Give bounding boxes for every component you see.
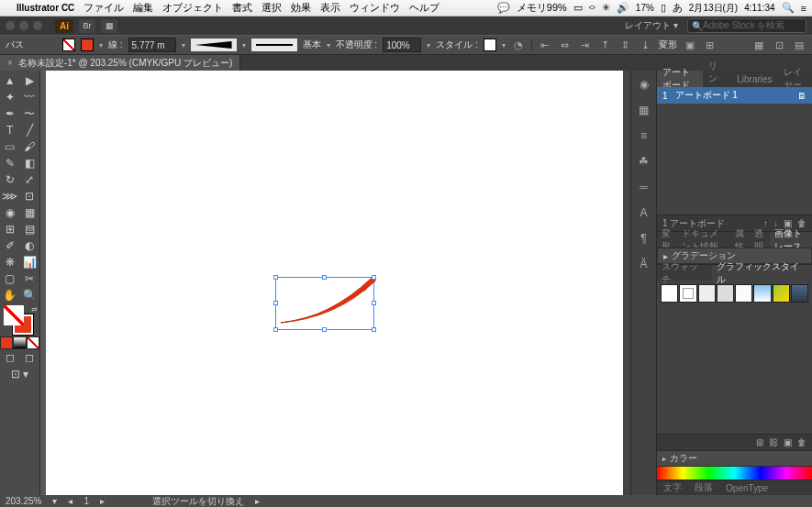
direct-select-tool[interactable]: ▶ [20,72,40,89]
tab-transparency[interactable]: 透明 [750,232,770,248]
style-shadow[interactable] [717,284,734,303]
scale-tool[interactable]: ⤢ [20,171,40,188]
handle-top-left[interactable] [273,275,278,280]
tab-character[interactable]: 文字 [657,480,688,495]
swatches-panel-icon[interactable]: ▦ [636,102,652,118]
selection-tool[interactable]: ▲ [0,72,20,89]
document-tab[interactable]: × 名称未設定-1* @ 203.25% (CMYK/GPU プレビュー) [0,55,240,71]
battery-icon[interactable]: ▭ [573,2,583,14]
eraser-tool[interactable]: ◧ [20,155,40,171]
curvature-tool[interactable]: 〜 [20,105,40,122]
rectangle-tool[interactable]: ▭ [0,138,20,155]
fill-color-swatch[interactable] [4,305,24,325]
tab-artboards[interactable]: アートボード [657,71,703,87]
style-metal[interactable] [791,284,808,303]
tab-opentype[interactable]: OpenType [719,480,774,495]
tab-graphicstyles[interactable]: グラフィックスタイル [712,265,812,281]
color-panel-icon[interactable]: ◉ [636,76,652,93]
slice-tool[interactable]: ✂ [20,270,40,287]
opacity-dd[interactable]: ▾ [427,41,430,50]
handle-top-right[interactable] [372,275,376,280]
spotlight-icon[interactable]: 🔍 [782,2,795,14]
tab-transform[interactable]: 変形 [657,232,677,248]
adobe-stock-search[interactable]: 🔍 Adobe Stock を検索 [687,18,806,33]
align-vcenter-icon[interactable]: ⇕ [618,38,633,52]
input-icon[interactable]: あ [673,1,683,15]
tab-imagetrace[interactable]: 画像トレース [770,232,812,248]
style-outline[interactable] [735,284,752,303]
prefs-icon[interactable]: ▤ [792,38,806,52]
symbols-panel-icon[interactable]: ☘ [636,153,652,170]
tab-swatches[interactable]: スウォッチ [657,265,712,281]
style-foliage[interactable] [773,284,790,303]
zoom-window[interactable] [33,21,42,30]
opacity-field[interactable]: 100% [383,38,421,52]
delete-style-icon[interactable]: 🗑 [797,437,806,447]
profile-dd[interactable]: ▾ [242,41,246,50]
stroke-dd[interactable]: ▾ [182,41,185,50]
artboard-nav-prev-icon[interactable]: ◂ [68,496,72,506]
free-transform-tool[interactable]: ⊡ [20,188,40,204]
path-artwork[interactable] [279,273,378,326]
menu-object[interactable]: オブジェクト [162,1,223,15]
bridge-icon[interactable]: Br [79,19,95,33]
style-grey[interactable] [698,284,716,303]
edit-icon[interactable]: ⊞ [703,38,717,52]
artboard-canvas[interactable] [46,71,623,495]
stock-icon[interactable]: ▦ [101,19,117,33]
tab-paragraph[interactable]: 段落 [688,480,719,495]
menu-edit[interactable]: 編集 [133,1,153,15]
handle-bot-left[interactable] [273,327,278,332]
swatch-dd[interactable]: ▾ [99,41,103,50]
break-link-icon[interactable]: ⛓ [769,437,778,447]
pen-tool[interactable]: ✒ [0,105,20,122]
tab-docinfo[interactable]: ドキュメント情報 [677,232,730,248]
menu-select[interactable]: 選択 [261,1,282,15]
handle-bot-mid[interactable] [322,327,327,332]
menu-effect[interactable]: 効果 [291,1,311,15]
brush-def[interactable] [251,39,297,51]
bluetooth-icon[interactable]: ✳ [602,2,610,14]
stroke-swatch[interactable] [81,39,94,51]
style-dd[interactable]: ▾ [502,41,506,50]
para-panel-icon[interactable]: ¶ [636,230,652,247]
type-tool[interactable]: T [0,122,20,138]
draw-normal-icon[interactable]: ◻ [0,349,20,366]
stroke-weight-field[interactable]: 5.777 m [128,38,176,52]
handle-mid-right[interactable] [372,301,376,305]
gpu-icon[interactable]: ⊡ [772,38,786,52]
line-icon[interactable]: 💬 [497,2,510,14]
screen-mode-icon[interactable]: ⊡ ▾ [0,366,39,382]
selection-bounding-box[interactable] [275,277,374,330]
handle-bot-right[interactable] [372,327,376,332]
mesh-tool[interactable]: ⊞ [0,221,20,237]
artboard-list-item[interactable]: 1 アートボード 1 🗎 [657,87,812,104]
menu-help[interactable]: ヘルプ [409,1,439,15]
battery-glyph[interactable]: ▯ [661,2,666,14]
style-swatch[interactable] [484,39,496,51]
tab-layers[interactable]: レイヤー [778,71,812,87]
isolate-icon[interactable]: ▣ [683,38,697,52]
tab-attributes[interactable]: 属性 [730,232,751,248]
brushes-panel-icon[interactable]: ≡ [636,127,652,144]
magic-wand-tool[interactable]: ✦ [0,89,20,105]
handle-top-mid[interactable] [322,275,327,280]
tab-links[interactable]: リンク [703,71,731,87]
artboard-tool[interactable]: ▢ [0,270,20,287]
menu-type[interactable]: 書式 [232,1,252,15]
solid-color-mode[interactable] [0,336,13,349]
brush-dd[interactable]: ▾ [327,41,330,50]
style-default[interactable] [661,284,678,303]
artboard-options-icon[interactable]: 🗎 [797,91,806,101]
menu-extra-icon[interactable]: ≡ [801,3,806,14]
zoom-tool[interactable]: 🔍 [20,287,40,303]
rotate-tool[interactable]: ↻ [0,171,20,188]
fill-stroke-swatches[interactable]: ⇄ [0,303,39,336]
stroke-panel-icon[interactable]: ═ [636,179,652,195]
symbol-spray-tool[interactable]: ❋ [0,254,20,270]
arrange-doc-icon[interactable]: ▦ [751,38,766,52]
align-hcenter-icon[interactable]: ⇔ [558,38,573,52]
align-top-icon[interactable]: ⤒ [598,38,613,52]
menu-window[interactable]: ウィンドウ [350,1,400,15]
close-window[interactable] [6,21,15,30]
